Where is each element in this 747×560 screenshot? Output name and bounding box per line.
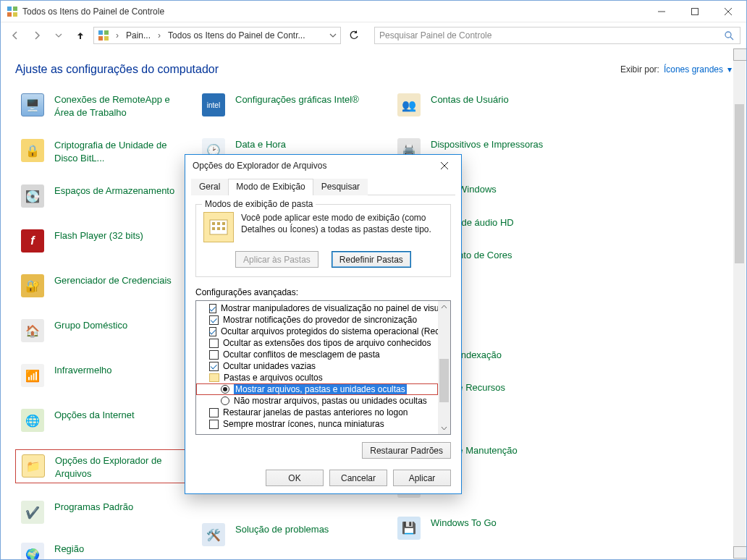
apply-button[interactable]: Aplicar xyxy=(393,470,451,486)
cp-item-file-explorer-options[interactable]: 📁Opções do Explorador de Arquivos xyxy=(15,449,189,483)
drives-icon: 💽 xyxy=(18,183,47,209)
address-history-button[interactable] xyxy=(326,32,340,39)
cp-item-user-accounts[interactable]: 👥Contas de Usuário xyxy=(392,89,565,121)
checkbox-icon[interactable] xyxy=(209,408,219,417)
folder-views-text: Você pode aplicar este modo de exibição … xyxy=(241,212,431,242)
radio-icon[interactable] xyxy=(221,396,229,405)
tab-view[interactable]: Modo de Exibição xyxy=(228,179,313,195)
apply-to-folders-button[interactable]: Aplicar às Pastas xyxy=(235,251,318,268)
view-by-value[interactable]: Ícones grandes xyxy=(664,64,723,75)
cp-item-internet-options[interactable]: 🌐Opções da Internet xyxy=(15,404,189,436)
control-panel-icon xyxy=(7,6,18,17)
refresh-button[interactable] xyxy=(345,27,363,44)
search-box[interactable] xyxy=(374,27,740,44)
chevron-right-icon[interactable]: › xyxy=(155,30,164,41)
dialog-close-button[interactable] xyxy=(429,156,460,176)
titlebar: Todos os Itens do Painel de Controle xyxy=(1,1,746,22)
cp-item-credential-manager[interactable]: 🔐Gerenciador de Credenciais xyxy=(15,270,189,302)
cp-item-intel-graphics[interactable]: intelConfigurações gráficas Intel® xyxy=(196,89,370,121)
svg-rect-20 xyxy=(212,227,215,230)
folder-views-group: Modos de exibição de pasta Você pode apl… xyxy=(195,204,451,277)
folder-icon xyxy=(209,373,219,382)
cp-item-default-programs[interactable]: ✔️Programas Padrão xyxy=(15,496,189,528)
scroll-down-button[interactable] xyxy=(438,422,450,434)
breadcrumb-root[interactable]: Pain... xyxy=(122,27,155,43)
checkbox-icon[interactable] xyxy=(209,315,219,325)
homegroup-icon: 🏠 xyxy=(18,318,47,344)
cp-item-remoteapp[interactable]: 🖥️Conexões de RemoteApp e Área de Trabal… xyxy=(15,89,189,122)
svg-point-12 xyxy=(725,32,731,38)
search-input[interactable] xyxy=(379,30,722,41)
page-title: Ajuste as configurações do computador xyxy=(15,63,219,76)
tab-strip: Geral Modo de Exibição Pesquisar xyxy=(191,178,455,195)
reset-folders-button[interactable]: Redefinir Pastas xyxy=(332,251,411,268)
svg-rect-3 xyxy=(13,12,17,17)
cp-item-region[interactable]: 🌍Região xyxy=(15,538,189,560)
cancel-button[interactable]: Cancelar xyxy=(329,470,387,486)
safe-icon: 🔐 xyxy=(18,273,47,299)
up-button[interactable] xyxy=(72,27,89,44)
advanced-scrollbar[interactable] xyxy=(438,301,450,434)
infrared-icon: 📶 xyxy=(18,362,47,389)
cp-item-partial-recovery[interactable]: ão xyxy=(442,410,616,430)
cp-item-windows-togo[interactable]: 💾Windows To Go xyxy=(392,512,565,544)
tab-search[interactable]: Pesquisar xyxy=(313,179,368,195)
minimize-button[interactable] xyxy=(645,1,678,22)
back-button[interactable] xyxy=(7,27,24,44)
cp-item-partial-colors[interactable]: mento de Cores xyxy=(442,245,616,265)
scroll-thumb[interactable] xyxy=(735,104,744,263)
checkbox-icon[interactable] xyxy=(209,350,219,360)
svg-rect-19 xyxy=(222,222,225,225)
cp-item-flash[interactable]: fFlash Player (32 bits) xyxy=(15,225,189,257)
close-button[interactable] xyxy=(712,1,745,22)
search-icon[interactable] xyxy=(722,30,735,41)
svg-rect-5 xyxy=(692,8,699,14)
svg-rect-10 xyxy=(98,36,103,41)
view-by-control[interactable]: Exibir por: Ícones grandes ▾ xyxy=(620,64,732,75)
address-bar[interactable]: › Pain... › Todos os Itens do Painel de … xyxy=(93,27,341,44)
radio-icon[interactable] xyxy=(221,385,229,394)
lock-icon: 🔒 xyxy=(18,137,47,164)
advanced-settings-label: Configurações avançadas: xyxy=(195,287,451,297)
svg-rect-9 xyxy=(104,30,109,35)
cp-item-homegroup[interactable]: 🏠Grupo Doméstico xyxy=(15,315,189,347)
scroll-up-button[interactable] xyxy=(438,301,450,313)
nav-toolbar: › Pain... › Todos os Itens do Painel de … xyxy=(1,22,746,48)
scroll-track[interactable] xyxy=(733,61,746,546)
chevron-right-icon[interactable]: › xyxy=(113,30,122,41)
radio-dont-show-hidden[interactable]: Não mostrar arquivos, pastas ou unidades… xyxy=(196,395,438,407)
forward-button[interactable] xyxy=(28,27,46,44)
breadcrumb-current[interactable]: Todos os Itens do Painel de Contr... xyxy=(164,27,309,43)
scroll-thumb[interactable] xyxy=(439,359,449,402)
cp-item-storage-spaces[interactable]: 💽Espaços de Armazenamento xyxy=(15,180,189,212)
restore-defaults-button[interactable]: Restaurar Padrões xyxy=(362,442,451,459)
checkbox-icon[interactable] xyxy=(209,339,219,348)
cp-item-partial-indexing[interactable]: de Indexação xyxy=(442,344,616,365)
window-title: Todos os Itens do Painel de Controle xyxy=(22,7,645,17)
main-scrollbar[interactable] xyxy=(733,48,746,559)
cp-item-infrared[interactable]: 📶Infravermelho xyxy=(15,360,189,391)
svg-rect-0 xyxy=(7,7,12,11)
cp-item-partial-security[interactable]: ça e Manutenção xyxy=(442,440,616,460)
tab-general[interactable]: Geral xyxy=(191,179,228,195)
checkbox-icon[interactable] xyxy=(209,327,216,336)
flash-icon: f xyxy=(18,228,47,254)
monitor-icon: 🖥️ xyxy=(18,92,47,118)
checkbox-icon[interactable] xyxy=(209,362,219,371)
cp-item-partial-features[interactable]: as e Recursos xyxy=(442,377,616,397)
checkbox-icon[interactable] xyxy=(209,420,219,429)
cp-item-troubleshooting[interactable]: 🛠️Solução de problemas xyxy=(196,519,370,551)
checkbox-icon[interactable] xyxy=(209,304,216,313)
ok-button[interactable]: OK xyxy=(266,470,324,486)
radio-show-hidden[interactable]: Mostrar arquivos, pastas e unidades ocul… xyxy=(196,383,438,395)
recent-locations-button[interactable] xyxy=(50,27,67,44)
cp-item-partial-windows[interactable]: do Windows xyxy=(442,179,616,199)
cp-item-bitlocker[interactable]: 🔒Criptografia de Unidade de Disco BitL..… xyxy=(15,135,189,167)
scroll-down-button[interactable] xyxy=(733,546,747,559)
maximize-button[interactable] xyxy=(678,1,712,22)
advanced-settings-tree[interactable]: Mostrar manipuladores de visualização no… xyxy=(196,301,438,434)
chevron-down-icon[interactable]: ▾ xyxy=(727,64,732,75)
scroll-up-button[interactable] xyxy=(733,48,747,61)
folder-views-legend: Modos de exibição de pasta xyxy=(202,199,316,209)
cp-item-partial-audio[interactable]: dor de áudio HD xyxy=(442,212,616,232)
